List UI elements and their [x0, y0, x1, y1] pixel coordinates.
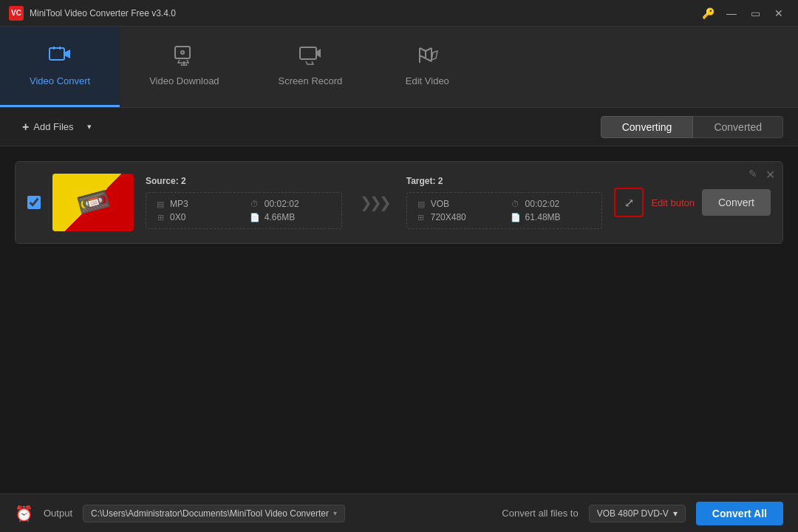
source-format: MP3 [170, 199, 188, 209]
add-files-button[interactable]: + Add Files [15, 116, 81, 138]
converting-tab-button[interactable]: Converting [601, 116, 694, 138]
target-info-grid: ▤ VOB ⏱ 00:02:02 ⊞ 720X480 📄 61.48MB [406, 192, 603, 229]
source-duration: 00:02:02 [265, 199, 299, 209]
source-resolution-row: ⊞ 0X0 [155, 212, 238, 222]
convert-all-button[interactable]: Convert All [696, 502, 783, 525]
source-panel: Source: 2 ▤ MP3 ⏱ 00:02:02 ⊞ 0X0 📄 4.66M… [146, 176, 342, 229]
target-duration-icon: ⏱ [511, 200, 521, 208]
tab-video-download-label: Video Download [149, 75, 219, 86]
screen-record-icon [299, 45, 322, 69]
target-resolution: 720X480 [431, 212, 466, 222]
output-path-text: C:\Users\Administrator\Documents\MiniToo… [91, 508, 329, 519]
svg-rect-0 [50, 48, 64, 60]
window-controls: 🔑 — ▭ ✕ [698, 5, 789, 21]
add-files-plus-icon: + [22, 120, 29, 134]
target-panel: Target: 2 ▤ VOB ⏱ 00:02:02 ⊞ 720X480 📄 6… [406, 176, 603, 229]
card-close-icon: ✕ [765, 168, 775, 181]
dropdown-arrow-icon: ▾ [87, 122, 92, 132]
source-info-grid: ▤ MP3 ⏱ 00:02:02 ⊞ 0X0 📄 4.66MB [146, 192, 342, 229]
source-format-row: ▤ MP3 [155, 199, 238, 209]
format-dropdown-icon: ▾ [673, 508, 678, 519]
source-size-row: 📄 4.66MB [250, 212, 332, 222]
arrows-icon: ❯❯❯ [360, 194, 389, 211]
svg-point-2 [181, 51, 184, 54]
cassette-icon: 📼 [73, 183, 113, 222]
add-files-label: Add Files [33, 121, 73, 132]
file-thumbnail: 📼 [52, 174, 134, 231]
target-format: VOB [431, 199, 449, 209]
tab-edit-video[interactable]: Edit Video [372, 27, 482, 107]
target-resolution-row: ⊞ 720X480 [416, 212, 499, 222]
resolution-icon: ⊞ [155, 213, 166, 222]
source-header: Source: 2 [146, 176, 342, 186]
svg-rect-3 [300, 47, 316, 59]
source-resolution: 0X0 [170, 212, 185, 222]
file-checkbox[interactable] [27, 196, 41, 209]
titlebar: VC MiniTool Video Converter Free v3.4.0 … [0, 0, 798, 27]
target-size-row: 📄 61.48MB [511, 212, 593, 222]
minimize-button[interactable]: — [721, 5, 742, 21]
svg-rect-1 [175, 47, 190, 58]
app-logo: VC [9, 6, 24, 21]
clock-icon: ⏰ [15, 505, 33, 522]
output-label: Output [44, 508, 72, 519]
filesize-icon: 📄 [250, 213, 260, 222]
toolbar: + Add Files ▾ Converting Converted [0, 108, 798, 146]
tab-video-convert[interactable]: Video Convert [0, 27, 120, 107]
target-header: Target: 2 [406, 176, 603, 186]
tab-screen-record[interactable]: Screen Record [249, 27, 372, 107]
converted-tab-button[interactable]: Converted [693, 116, 783, 138]
duration-icon: ⏱ [250, 200, 260, 208]
action-buttons: ⤢ Edit buton Convert [614, 188, 771, 217]
target-duration-row: ⏱ 00:02:02 [511, 199, 593, 209]
tab-video-download[interactable]: Video Download [120, 27, 248, 107]
format-icon: ▤ [155, 200, 166, 209]
card-edit-top-button[interactable]: ✎ [748, 168, 757, 180]
tab-edit-video-label: Edit Video [406, 75, 449, 86]
key-button[interactable]: 🔑 [698, 5, 718, 21]
close-button[interactable]: ✕ [768, 5, 789, 21]
target-size: 61.48MB [525, 212, 561, 222]
file-card: 📼 Source: 2 ▤ MP3 ⏱ 00:02:02 ⊞ 0X0 [15, 161, 783, 244]
tab-video-convert-label: Video Convert [30, 75, 90, 86]
tab-screen-record-label: Screen Record [279, 75, 343, 86]
target-filesize-icon: 📄 [511, 213, 521, 222]
source-size: 4.66MB [265, 212, 295, 222]
maximize-button[interactable]: ▭ [745, 5, 765, 21]
navbar: Video Convert Video Download Screen Reco… [0, 27, 798, 108]
format-label-text: VOB 480P DVD-V [597, 508, 669, 519]
edit-video-icon [415, 45, 439, 69]
target-resolution-icon: ⊞ [416, 213, 426, 222]
add-files-dropdown-button[interactable]: ▾ [81, 117, 98, 137]
target-duration: 00:02:02 [525, 199, 560, 209]
card-edit-icon: ✎ [748, 168, 757, 180]
video-convert-icon [48, 45, 72, 69]
source-duration-row: ⏱ 00:02:02 [250, 199, 332, 209]
tab-switcher: Converting Converted [601, 116, 783, 138]
main-content: 📼 Source: 2 ▤ MP3 ⏱ 00:02:02 ⊞ 0X0 [0, 146, 798, 494]
edit-button[interactable]: ⤢ [614, 188, 644, 217]
target-format-row: ▤ VOB [416, 199, 499, 209]
format-select-button[interactable]: VOB 480P DVD-V ▾ [589, 505, 686, 522]
convert-arrows: ❯❯❯ [354, 194, 395, 211]
edit-icon: ⤢ [624, 196, 634, 210]
video-download-icon [172, 45, 196, 69]
app-title: MiniTool Video Converter Free v3.4.0 [30, 8, 698, 18]
edit-label: Edit buton [651, 197, 695, 208]
output-path-button[interactable]: C:\Users\Administrator\Documents\MiniToo… [83, 505, 345, 522]
card-close-button[interactable]: ✕ [765, 168, 775, 182]
convert-button[interactable]: Convert [702, 189, 771, 216]
convert-all-files-label: Convert all files to [502, 508, 578, 519]
output-path-dropdown-icon: ▾ [333, 509, 337, 517]
bottombar: ⏰ Output C:\Users\Administrator\Document… [0, 494, 798, 532]
target-format-icon: ▤ [416, 200, 426, 209]
